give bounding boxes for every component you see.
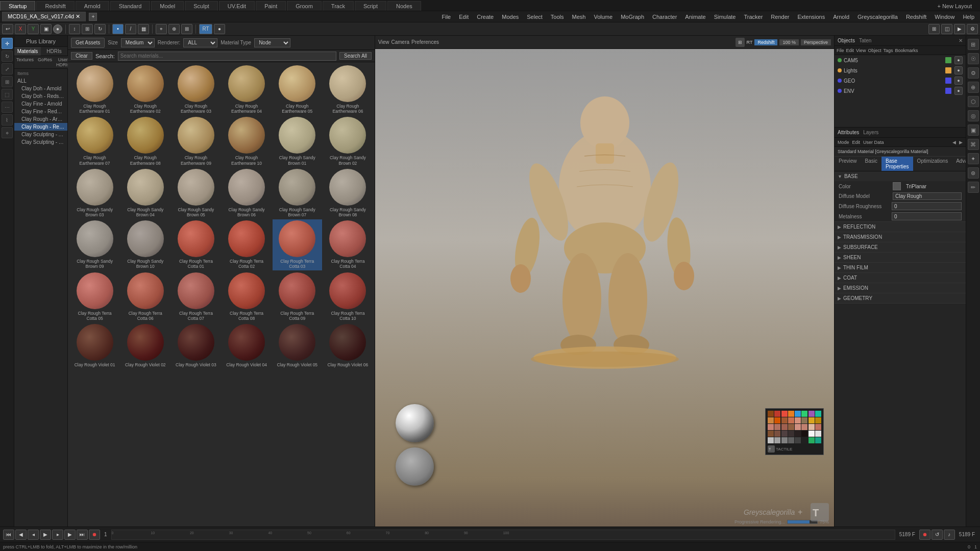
scale-btn[interactable]: ⊞ <box>82 24 93 34</box>
obj-view-tab[interactable]: View <box>856 48 866 53</box>
coat-header[interactable]: ▶ COAT <box>835 273 966 283</box>
size-select[interactable]: MediumSmallLarge <box>121 38 155 47</box>
search-all-btn[interactable]: Search All <box>339 52 372 60</box>
prop-tab-basic[interactable]: Basic <box>861 157 881 171</box>
mode-label[interactable]: Mode <box>838 140 849 145</box>
swatch-11[interactable] <box>781 417 788 423</box>
material-item-27[interactable]: Clay Rough Terra Cotta 07 <box>171 271 220 322</box>
swatch-9[interactable] <box>768 417 774 423</box>
material-item-8[interactable]: Clay Rough Earthenware 08 <box>120 116 170 166</box>
menu-edit[interactable]: Edit <box>455 13 472 21</box>
strip-btn-6[interactable]: ◎ <box>968 110 979 121</box>
swatch-40[interactable] <box>815 437 821 443</box>
geo-vis-toggle[interactable]: ● <box>954 77 963 85</box>
play-fwd-btn[interactable]: ▸ <box>52 530 63 540</box>
cams-vis-toggle[interactable]: ● <box>954 56 963 64</box>
move-btn[interactable]: ↕ <box>69 24 80 34</box>
grid-btn[interactable]: ⊞ <box>181 24 192 34</box>
swatch-3[interactable] <box>781 411 788 417</box>
tab-new-layout[interactable]: + New Layout <box>929 2 980 11</box>
color-swatch-prop[interactable] <box>893 182 901 190</box>
diffuse-roughness-input[interactable] <box>892 202 962 210</box>
go-end-btn[interactable]: ⏭ <box>77 530 88 540</box>
tab-hdris[interactable]: HDRIs <box>41 47 67 56</box>
item-clay-sculpting-redshift[interactable]: Clay Sculpting - Redshift <box>14 138 67 146</box>
swatch-2[interactable] <box>774 411 780 417</box>
material-item-34[interactable]: Clay Rough Violet 04 <box>222 323 271 368</box>
tool-knife[interactable]: ⋯ <box>2 102 13 113</box>
swatch-14[interactable] <box>801 417 807 423</box>
mat-manager[interactable]: ◫ <box>941 24 952 34</box>
material-item-31[interactable]: Clay Rough Violet 01 <box>70 323 119 368</box>
menu-greyscalegorilla[interactable]: Greyscalegorilla <box>854 13 901 21</box>
menu-render[interactable]: Render <box>767 13 793 21</box>
rec-btn-2[interactable]: ⏺ <box>919 530 930 540</box>
tab-model[interactable]: Model <box>151 1 184 11</box>
swatch-25[interactable] <box>768 431 774 437</box>
camera-menu[interactable]: Camera <box>391 39 410 45</box>
menu-file-tab[interactable]: MCD16_KA_Sci_v017.c4d ✕ <box>2 12 86 21</box>
new-tab-btn[interactable]: + <box>89 13 97 21</box>
strip-btn-5[interactable]: ⬡ <box>968 96 979 107</box>
menu-mesh[interactable]: Mesh <box>569 13 590 21</box>
menu-file[interactable]: File <box>438 13 455 21</box>
axis-btn[interactable]: ⊕ <box>168 24 180 34</box>
strip-btn-4[interactable]: ⊕ <box>968 82 979 93</box>
tool-rotate[interactable]: ↻ <box>2 51 13 62</box>
prefs-menu[interactable]: Preferences <box>411 39 439 45</box>
viewport-mode[interactable]: Perspective <box>801 39 831 45</box>
material-type-select[interactable]: NodeStandard <box>254 38 290 47</box>
attr-nav-fwd[interactable]: ▶ <box>959 140 963 145</box>
tree-item-geo[interactable]: GEO ● <box>835 76 966 86</box>
material-item-18[interactable]: Clay Rough Sandy Brown 08 <box>323 168 373 218</box>
material-item-36[interactable]: Clay Rough Violet 06 <box>323 323 373 368</box>
swatch-32[interactable] <box>815 431 821 437</box>
lights-vis-toggle[interactable]: ● <box>954 66 963 74</box>
next-frame-btn[interactable]: ▶ <box>64 530 76 540</box>
record-btn[interactable]: ⏺ <box>89 530 100 540</box>
item-clay-rough-redshift[interactable]: Clay Rough - Redshift <box>14 123 67 131</box>
strip-btn-1[interactable]: ⊞ <box>968 39 979 50</box>
material-item-5[interactable]: Clay Rough Earthenware 05 <box>273 64 322 115</box>
clear-btn[interactable]: Clear <box>71 52 92 60</box>
tab-standard[interactable]: Standard <box>110 1 151 11</box>
material-item-15[interactable]: Clay Rough Sandy Brown 05 <box>171 168 220 218</box>
swatch-17[interactable] <box>768 424 774 430</box>
render-settings[interactable]: ⚙ <box>967 24 978 34</box>
material-item-23[interactable]: Clay Rough Terra Cotta 03 <box>273 219 322 270</box>
geometry-header[interactable]: ▶ GEOMETRY <box>835 293 966 303</box>
swatch-28[interactable] <box>788 431 794 437</box>
timeline-area[interactable]: 0 10 20 30 40 50 60 70 80 90 100 <box>111 530 895 540</box>
swatch-29[interactable] <box>795 431 801 437</box>
obj-tags-tab[interactable]: Tags <box>883 48 893 53</box>
material-item-4[interactable]: Clay Rough Earthenware 04 <box>222 64 271 115</box>
tab-script[interactable]: Script <box>355 1 386 11</box>
swatch-23[interactable] <box>808 424 815 430</box>
swatch-27[interactable] <box>781 431 788 437</box>
tool-render[interactable]: ● <box>53 24 62 34</box>
material-item-11[interactable]: Clay Rough Sandy Brown 01 <box>273 116 322 166</box>
tab-redshift[interactable]: Redshift <box>36 1 74 11</box>
item-all[interactable]: ALL <box>14 77 67 85</box>
tab-nodes[interactable]: Nodes <box>387 1 421 11</box>
emission-header[interactable]: ▶ EMISSION <box>835 283 966 293</box>
menu-select[interactable]: Select <box>523 13 546 21</box>
menu-redshift[interactable]: Redshift <box>902 13 930 21</box>
material-item-9[interactable]: Clay Rough Earthenware 09 <box>171 116 220 166</box>
swatch-30[interactable] <box>801 431 807 437</box>
menu-help[interactable]: Help <box>959 13 978 21</box>
transmission-header[interactable]: ▶ TRANSMISSION <box>835 232 966 242</box>
swatch-13[interactable] <box>795 417 801 423</box>
view-menu[interactable]: View <box>378 39 389 45</box>
swatch-33[interactable] <box>768 437 774 443</box>
material-item-6[interactable]: Clay Rough Earthenware 06 <box>323 64 373 115</box>
audio-btn[interactable]: ♪ <box>944 530 955 540</box>
material-item-32[interactable]: Clay Rough Violet 02 <box>120 323 170 368</box>
get-assets-btn[interactable]: Get Assets <box>71 38 105 48</box>
item-clay-doh-arnold[interactable]: Clay Doh - Arnold <box>14 85 67 92</box>
swatch-31[interactable] <box>808 431 815 437</box>
play-rev-btn[interactable]: ◂ <box>28 530 39 540</box>
menu-window[interactable]: Window <box>931 13 958 21</box>
swatch-21[interactable] <box>795 424 801 430</box>
tool-transform[interactable]: ⊞ <box>2 76 13 87</box>
